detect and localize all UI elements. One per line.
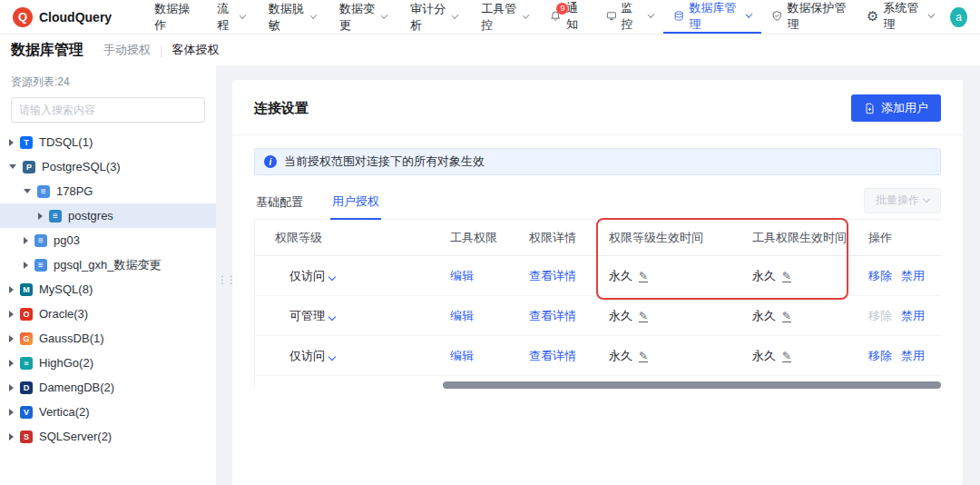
- link-object-authorization[interactable]: 客体授权: [172, 42, 219, 58]
- tab-user-authorization[interactable]: 用户授权: [330, 186, 381, 220]
- tree-item[interactable]: pgsql_gxh_数据变更: [0, 252, 216, 277]
- mysql-icon: [20, 283, 33, 296]
- nav-item[interactable]: 工具管控: [469, 0, 540, 34]
- tool-permission-edit-link[interactable]: 编辑: [450, 309, 474, 322]
- tree-caret-icon[interactable]: [9, 433, 14, 440]
- info-icon: i: [264, 155, 277, 168]
- edit-icon[interactable]: ✎: [782, 312, 791, 322]
- nav-data-protection[interactable]: 数据保护管理: [761, 0, 857, 34]
- batch-operation-button[interactable]: 批量操作: [864, 188, 941, 213]
- remove-link[interactable]: 移除: [868, 309, 892, 322]
- permission-detail-link[interactable]: 查看详情: [529, 269, 576, 282]
- nav-item[interactable]: 数据变更: [328, 0, 398, 34]
- conn-icon: [34, 259, 47, 272]
- tree-caret-icon[interactable]: [9, 164, 16, 169]
- link-manual-authorization[interactable]: 手动授权: [103, 42, 151, 58]
- card-title: 连接设置: [254, 100, 309, 117]
- tree-caret-icon[interactable]: [38, 213, 43, 220]
- permission-detail-link[interactable]: 查看详情: [529, 309, 576, 322]
- tree-item[interactable]: SQLServer(2): [0, 424, 216, 449]
- add-user-button[interactable]: 添加用户: [851, 94, 941, 122]
- nav-system-management[interactable]: ⚙ 系统管理: [857, 0, 943, 34]
- scope-notice-banner: i 当前授权范围对连接下的所有对象生效: [254, 148, 941, 175]
- chevron-down-icon: [523, 12, 530, 19]
- tree-caret-icon[interactable]: [9, 384, 14, 391]
- chevron-down-icon: [328, 312, 336, 320]
- sqlserver-icon: [20, 431, 33, 443]
- tree-item[interactable]: PostgreSQL(3): [0, 154, 216, 179]
- permission-level-select[interactable]: 可管理: [289, 309, 335, 322]
- chevron-down-icon: [452, 12, 459, 19]
- disable-link[interactable]: 禁用: [901, 269, 925, 282]
- tree-item[interactable]: GaussDB(1): [0, 326, 216, 351]
- nav-item[interactable]: 数据操作: [142, 0, 205, 34]
- add-document-icon: [864, 103, 876, 114]
- tree-item[interactable]: pg03: [0, 228, 216, 252]
- panel-resize-handle[interactable]: ⋮⋮: [217, 274, 235, 286]
- tree-item[interactable]: Vertica(2): [0, 400, 216, 424]
- disable-link[interactable]: 禁用: [901, 349, 925, 362]
- edit-icon[interactable]: ✎: [639, 312, 648, 322]
- tree-item[interactable]: 178PG: [0, 179, 216, 203]
- tree-item[interactable]: postgres: [0, 203, 216, 228]
- tab-basic-config[interactable]: 基础配置: [254, 187, 305, 219]
- top-navbar: Q CloudQuery 数据操作 流程 数据脱敏 数据变更: [0, 0, 980, 35]
- search-input[interactable]: [11, 97, 205, 123]
- tree-item[interactable]: MySQL(8): [0, 277, 216, 302]
- permission-level-select[interactable]: 仅访问: [289, 349, 335, 362]
- user-avatar[interactable]: a: [950, 7, 967, 27]
- tree-caret-icon[interactable]: [9, 360, 14, 367]
- tool-permission-edit-link[interactable]: 编辑: [450, 269, 474, 282]
- tree-caret-icon[interactable]: [24, 189, 31, 193]
- tree-item[interactable]: TDSQL(1): [0, 130, 216, 154]
- edit-icon[interactable]: ✎: [639, 351, 648, 362]
- table-body: 仅访问 编辑 查看详情 永久✎ 永久✎ 移除禁用 可管理 编辑 查看详情: [255, 256, 941, 376]
- tabs: 基础配置 用户授权 批量操作: [254, 186, 941, 220]
- remove-link[interactable]: 移除: [868, 269, 892, 282]
- cloudquery-logo-icon: Q: [13, 7, 33, 27]
- edit-icon[interactable]: ✎: [782, 272, 791, 282]
- resource-tree: TDSQL(1) PostgreSQL(3) 178PG: [0, 130, 216, 449]
- tree-caret-icon[interactable]: [9, 286, 14, 293]
- notification-item[interactable]: 9 通知: [540, 0, 595, 34]
- brand-name: CloudQuery: [39, 10, 112, 25]
- tree-item[interactable]: DamengDB(2): [0, 375, 216, 400]
- page-subheader: 数据库管理 手动授权 | 客体授权: [0, 35, 980, 65]
- tree-caret-icon[interactable]: [24, 237, 28, 244]
- main-nav: 数据操作 流程 数据脱敏 数据变更 审计分析: [142, 0, 540, 34]
- chevron-down-icon: [310, 12, 318, 19]
- edit-icon[interactable]: ✎: [782, 351, 791, 362]
- chevron-down-icon: [648, 11, 655, 18]
- brand[interactable]: Q CloudQuery: [13, 0, 112, 34]
- tree-caret-icon[interactable]: [9, 139, 14, 146]
- scrollbar-thumb[interactable]: [443, 381, 941, 389]
- tree-caret-icon[interactable]: [24, 262, 28, 269]
- table-header-cell: 操作: [868, 230, 941, 246]
- resource-sidebar: 资源列表:24 TDSQL(1) PostgreSQL(3): [0, 65, 216, 485]
- chevron-down-icon: [328, 352, 336, 360]
- notice-text: 当前授权范围对连接下的所有对象生效: [284, 153, 485, 170]
- tree-caret-icon[interactable]: [9, 409, 14, 416]
- tool-permission-edit-link[interactable]: 编辑: [450, 349, 474, 362]
- tree-caret-icon[interactable]: [9, 311, 14, 318]
- tree-item[interactable]: HighGo(2): [0, 351, 216, 375]
- shield-icon: [771, 9, 783, 23]
- disable-link[interactable]: 禁用: [901, 309, 925, 322]
- tree-item[interactable]: Oracle(3): [0, 302, 216, 326]
- remove-link[interactable]: 移除: [868, 349, 892, 362]
- tree-caret-icon[interactable]: [9, 335, 14, 342]
- chevron-down-icon: [927, 11, 935, 18]
- edit-icon[interactable]: ✎: [639, 272, 648, 282]
- monitor-icon: [606, 9, 617, 23]
- nav-item[interactable]: 流程: [205, 0, 257, 34]
- monitor-item[interactable]: 监控: [596, 0, 664, 34]
- nav-right-cluster: 9 通知 监控 数据库管理 数据保护管理 ⚙ 系统管理 a: [540, 0, 967, 34]
- permission-detail-link[interactable]: 查看详情: [529, 349, 576, 362]
- divider: |: [160, 44, 162, 57]
- database-icon: [673, 9, 684, 23]
- permission-level-select[interactable]: 仅访问: [289, 269, 335, 282]
- nav-item[interactable]: 数据脱敏: [257, 0, 328, 34]
- nav-database-management[interactable]: 数据库管理: [663, 0, 761, 34]
- nav-item[interactable]: 审计分析: [398, 0, 469, 34]
- table-header-cell: 权限等级生效时间: [609, 230, 752, 246]
